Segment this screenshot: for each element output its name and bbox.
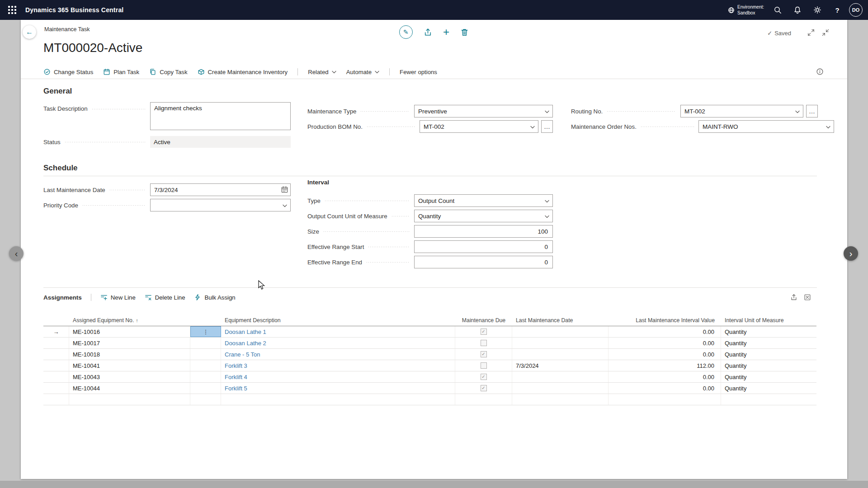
next-record-button[interactable]: › <box>844 246 858 261</box>
cell-equipment-description-link[interactable]: Crane - 5 Ton <box>225 351 260 358</box>
effective-range-start-input[interactable] <box>414 240 553 253</box>
calendar-icon[interactable] <box>281 186 288 193</box>
create-maintenance-inventory-button[interactable]: Create Maintenance Inventory <box>198 68 288 75</box>
new-record-button[interactable]: + <box>443 27 449 38</box>
divider <box>43 287 817 288</box>
app-launcher-icon[interactable] <box>5 3 19 17</box>
avatar[interactable]: DO <box>849 3 863 17</box>
table-row[interactable]: ME-10044 Forklift 5 0.00 Quantity <box>43 383 816 394</box>
cell-interval-uom[interactable]: Quantity <box>721 326 816 337</box>
share-icon[interactable] <box>790 294 797 301</box>
header-maintenance-due[interactable]: Maintenance Due <box>455 314 512 326</box>
production-bom-select[interactable]: MT-002 <box>420 120 538 133</box>
cell-last-maintenance-date[interactable] <box>512 371 609 382</box>
cell-equipment-description-link[interactable]: Doosan Lathe 1 <box>225 328 266 335</box>
cell-interval-uom[interactable]: Quantity <box>721 360 816 371</box>
bulk-assign-button[interactable]: Bulk Assign <box>194 294 235 301</box>
cell-equipment-no[interactable]: ME-10044 <box>69 383 190 394</box>
plan-task-button[interactable]: Plan Task <box>103 68 139 75</box>
delete-line-button[interactable]: Delete Line <box>145 294 185 301</box>
cell-equipment-no[interactable]: ME-10041 <box>69 360 190 371</box>
cell-equipment-no[interactable]: ME-10016 <box>69 326 190 337</box>
header-assigned-equipment-no[interactable]: Assigned Equipment No. ↑ <box>69 314 190 326</box>
cell-equipment-description-link[interactable]: Forklift 5 <box>225 385 247 392</box>
routing-no-select[interactable]: MT-002 <box>680 105 803 117</box>
cell-interval-uom[interactable]: Quantity <box>721 371 816 382</box>
previous-record-button[interactable]: ‹ <box>9 246 24 261</box>
cell-last-maintenance-date[interactable] <box>512 383 609 394</box>
table-row[interactable]: → ME-10016 ⋮ Doosan Lathe 1 0.00 Quantit… <box>43 326 816 338</box>
edit-button[interactable]: ✎ <box>399 25 413 39</box>
share-button[interactable] <box>424 28 432 37</box>
change-status-button[interactable]: Change Status <box>43 68 93 75</box>
header-interval-unit-of-measure[interactable]: Interval Unit of Measure <box>721 314 816 326</box>
search-button[interactable] <box>769 2 786 18</box>
cell-equipment-description-link[interactable]: Forklift 4 <box>225 374 247 380</box>
output-count-uom-select[interactable]: Quantity <box>414 210 553 222</box>
help-button[interactable]: ? <box>829 2 845 18</box>
cell-interval-value[interactable]: 0.00 <box>609 338 721 348</box>
fewer-options-button[interactable]: Fewer options <box>400 69 437 75</box>
table-row[interactable]: ME-10017 Doosan Lathe 2 0.00 Quantity <box>43 338 816 349</box>
automate-menu[interactable]: Automate <box>346 69 379 75</box>
sort-ascending-icon: ↑ <box>136 318 138 323</box>
copy-task-button[interactable]: Copy Task <box>149 68 187 75</box>
task-description-input[interactable]: Alignment checks <box>150 102 291 130</box>
collapse-icon[interactable] <box>822 29 829 36</box>
priority-code-select[interactable] <box>150 199 291 211</box>
cell-interval-value[interactable]: 0.00 <box>609 371 721 382</box>
last-maintenance-date-input[interactable] <box>150 183 291 196</box>
info-icon[interactable] <box>816 68 824 75</box>
cell-interval-value[interactable]: 0.00 <box>609 383 721 394</box>
header-last-maintenance-interval-value[interactable]: Last Maintenance Interval Value <box>609 314 721 326</box>
notifications-button[interactable] <box>789 2 806 18</box>
back-button[interactable]: ← <box>23 25 36 39</box>
cell-last-maintenance-date[interactable] <box>512 326 609 337</box>
field-maintenance-type: Maintenance Type Preventive <box>307 105 553 117</box>
section-general[interactable]: General <box>43 87 72 96</box>
cell-interval-value[interactable]: 0.00 <box>609 326 721 337</box>
table-row[interactable]: ME-10018 Crane - 5 Ton 0.00 Quantity <box>43 349 816 360</box>
maintenance-type-select[interactable]: Preventive <box>414 105 553 117</box>
maintenance-order-nos-select[interactable]: MAINT-RWO <box>698 120 834 133</box>
production-bom-assist-button[interactable]: … <box>541 120 553 133</box>
header-equipment-description[interactable]: Equipment Description <box>221 314 455 326</box>
cell-last-maintenance-date[interactable] <box>512 338 609 348</box>
table-row[interactable]: ME-10041 Forklift 3 7/3/2024 112.00 Quan… <box>43 360 816 371</box>
app-title[interactable]: Dynamics 365 Business Central <box>25 6 123 14</box>
size-input[interactable] <box>414 225 553 238</box>
assignments-title[interactable]: Assignments <box>43 294 82 301</box>
cell-equipment-no[interactable]: ME-10043 <box>69 371 190 382</box>
cell-interval-uom[interactable]: Quantity <box>721 349 816 360</box>
delete-button[interactable] <box>460 28 469 37</box>
cell-last-maintenance-date[interactable] <box>512 349 609 360</box>
breadcrumb[interactable]: Maintenance Task <box>44 26 90 33</box>
dotted-leader <box>325 201 410 201</box>
field-effective-range-start: Effective Range Start <box>307 240 553 253</box>
routing-no-assist-button[interactable]: … <box>806 105 818 117</box>
dotted-leader <box>92 109 146 109</box>
header-last-maintenance-date[interactable]: Last Maintenance Date <box>512 314 609 326</box>
effective-range-end-input[interactable] <box>414 256 553 268</box>
new-line-button[interactable]: New Line <box>100 294 136 301</box>
table-row[interactable]: ME-10043 Forklift 4 0.00 Quantity <box>43 371 816 383</box>
cell-equipment-no[interactable]: ME-10017 <box>69 338 190 348</box>
open-in-excel-icon[interactable] <box>804 294 811 301</box>
cell-interval-uom[interactable]: Quantity <box>721 383 816 394</box>
cell-interval-value[interactable]: 0.00 <box>609 349 721 360</box>
section-schedule[interactable]: Schedule <box>43 164 78 173</box>
cell-equipment-description-link[interactable]: Forklift 3 <box>225 362 247 369</box>
focus-mode-icon[interactable] <box>807 29 815 36</box>
settings-button[interactable] <box>809 2 826 18</box>
table-row-empty[interactable] <box>43 394 816 405</box>
cell-last-maintenance-date[interactable]: 7/3/2024 <box>512 360 609 371</box>
cell-equipment-no[interactable]: ME-10018 <box>69 349 190 360</box>
cell-equipment-description-link[interactable]: Doosan Lathe 2 <box>225 340 266 347</box>
row-context-menu-cell[interactable]: ⋮ <box>190 326 221 337</box>
cell-interval-uom[interactable]: Quantity <box>721 338 816 348</box>
environment-indicator[interactable]: Environment: Sandbox <box>728 4 764 16</box>
cell-interval-value[interactable]: 112.00 <box>609 360 721 371</box>
interval-type-select[interactable]: Output Count <box>414 194 553 207</box>
delete-line-label: Delete Line <box>155 294 185 301</box>
related-menu[interactable]: Related <box>308 69 336 75</box>
